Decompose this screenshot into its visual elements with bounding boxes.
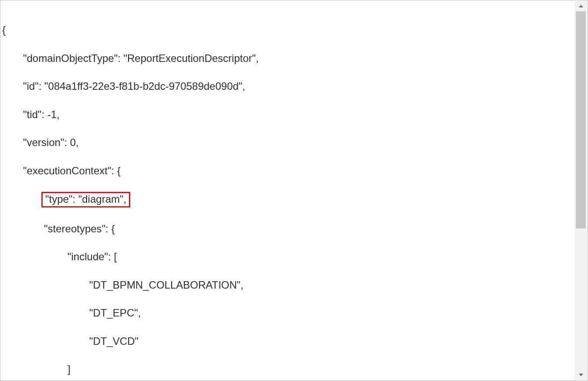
code-line: ] bbox=[2, 362, 572, 376]
code-line: "executionContext": { bbox=[2, 164, 572, 178]
json-code-block: { "domainObjectType": "ReportExecutionDe… bbox=[0, 0, 574, 381]
highlight-box: "type": "diagram", bbox=[41, 192, 130, 208]
code-line: "version": 0, bbox=[2, 136, 572, 150]
code-line: "DT_BPMN_COLLABORATION", bbox=[2, 278, 572, 292]
code-line: "id": "084a1ff3-22e3-f81b-b2dc-970589de0… bbox=[2, 79, 572, 93]
code-line: "domainObjectType": "ReportExecutionDesc… bbox=[2, 51, 572, 65]
code-viewer-frame: { "domainObjectType": "ReportExecutionDe… bbox=[0, 0, 588, 381]
chevron-down-icon bbox=[579, 374, 583, 376]
code-line: "DT_VCD" bbox=[2, 334, 572, 348]
vertical-scrollbar[interactable] bbox=[574, 1, 587, 380]
code-line: { bbox=[2, 23, 572, 37]
scroll-down-button[interactable] bbox=[574, 370, 587, 380]
code-line: "stereotypes": { bbox=[2, 222, 572, 236]
chevron-up-icon bbox=[579, 5, 583, 7]
code-line-highlighted: "type": "diagram", bbox=[2, 192, 572, 208]
code-content-area: { "domainObjectType": "ReportExecutionDe… bbox=[0, 0, 574, 381]
code-line: "DT_EPC", bbox=[2, 306, 572, 320]
code-line: "include": [ bbox=[2, 250, 572, 264]
code-line: "tid": -1, bbox=[2, 108, 572, 122]
scrollbar-thumb[interactable] bbox=[576, 11, 586, 228]
scroll-up-button[interactable] bbox=[574, 1, 587, 11]
